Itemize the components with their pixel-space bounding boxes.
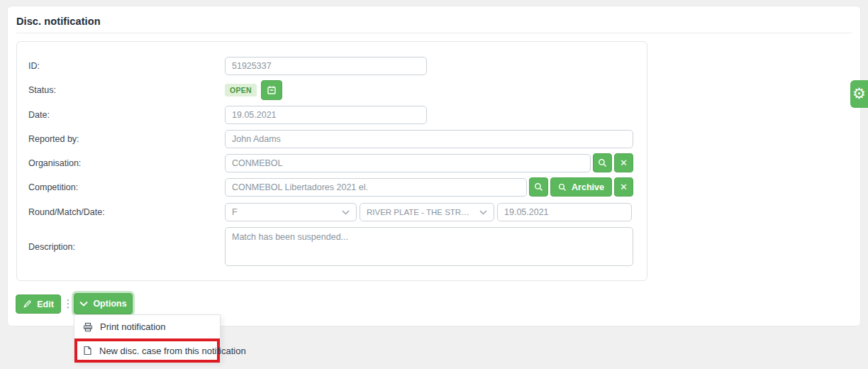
edit-button[interactable]: Edit: [16, 294, 61, 314]
title-divider: [16, 33, 852, 33]
settings-side-tab[interactable]: ⚙: [850, 80, 868, 108]
status-history-button[interactable]: [261, 80, 282, 100]
menu-item-print-notification[interactable]: Print notification: [74, 315, 220, 338]
competition-field[interactable]: CONMEBOL Libertadores 2021 el.: [225, 178, 527, 197]
id-label: ID:: [28, 61, 225, 71]
disc-notification-page: Disc. notification ID: 51925337 Status: …: [0, 0, 868, 369]
menu-item-new-disc-case[interactable]: New disc. case from this notification: [74, 338, 220, 363]
printer-icon: [83, 322, 93, 332]
id-field[interactable]: 51925337: [225, 57, 427, 75]
round-select[interactable]: F: [225, 203, 357, 221]
date-field[interactable]: 19.05.2021: [225, 106, 427, 124]
organisation-field[interactable]: CONMEBOL: [225, 154, 591, 172]
row-description: Description: Match has been suspended...: [28, 227, 633, 266]
gear-icon: ⚙: [852, 87, 866, 101]
drag-handle-dots-icon[interactable]: ⋮: [65, 294, 72, 314]
organisation-clear-button[interactable]: ✕: [614, 153, 633, 172]
row-status: Status: OPEN: [28, 80, 282, 100]
round-match-date-label: Round/Match/Date:: [28, 207, 225, 217]
competition-archive-button[interactable]: Archive: [550, 177, 612, 197]
row-organisation: Organisation: CONMEBOL ✕: [28, 153, 633, 172]
close-icon: ✕: [620, 158, 628, 167]
options-button[interactable]: Options: [74, 293, 133, 314]
date-label: Date:: [28, 110, 225, 120]
file-icon: [83, 346, 92, 356]
pencil-icon: [23, 299, 32, 309]
search-icon: [558, 183, 567, 192]
round-select-value: F: [232, 207, 238, 217]
menu-item-label: New disc. case from this notification: [99, 346, 246, 356]
page-title: Disc. notification: [16, 16, 101, 27]
row-competition: Competition: CONMEBOL Libertadores 2021 …: [28, 177, 633, 197]
row-date: Date: 19.05.2021: [28, 106, 427, 124]
search-icon: [534, 182, 543, 192]
reported-by-field[interactable]: John Adams: [225, 130, 633, 148]
description-label: Description:: [28, 242, 225, 252]
match-date-field[interactable]: 19.05.2021: [497, 203, 632, 221]
notification-form: ID: 51925337 Status: OPEN: [16, 41, 647, 281]
archive-button-label: Archive: [572, 182, 604, 192]
competition-label: Competition:: [28, 182, 225, 192]
organisation-label: Organisation:: [28, 158, 225, 168]
disc-notification-card: Disc. notification ID: 51925337 Status: …: [7, 6, 861, 326]
competition-search-button[interactable]: [529, 177, 548, 197]
close-icon: ✕: [620, 182, 628, 192]
options-button-label: Options: [93, 299, 126, 309]
row-id: ID: 51925337: [28, 57, 427, 75]
chevron-down-icon: [479, 210, 487, 215]
row-round-match-date: Round/Match/Date: F RIVER PLATE - THE ST…: [28, 203, 632, 221]
description-field[interactable]: Match has been suspended...: [225, 227, 633, 266]
edit-button-label: Edit: [37, 299, 54, 309]
chevron-down-icon: [79, 301, 88, 307]
search-icon: [598, 158, 607, 167]
row-reported-by: Reported by: John Adams: [28, 130, 633, 148]
calendar-icon: [267, 85, 277, 95]
status-badge: OPEN: [225, 84, 257, 97]
competition-clear-button[interactable]: ✕: [614, 177, 633, 197]
reported-by-label: Reported by:: [28, 134, 225, 144]
chevron-down-icon: [342, 210, 350, 215]
options-dropdown-menu: Print notification New disc. case from t…: [74, 314, 221, 362]
match-select[interactable]: RIVER PLATE - THE STRONGEST: [360, 203, 494, 221]
match-select-value: RIVER PLATE - THE STRONGEST: [367, 208, 475, 216]
status-label: Status:: [28, 85, 225, 95]
menu-item-label: Print notification: [100, 321, 166, 332]
organisation-search-button[interactable]: [593, 153, 612, 172]
